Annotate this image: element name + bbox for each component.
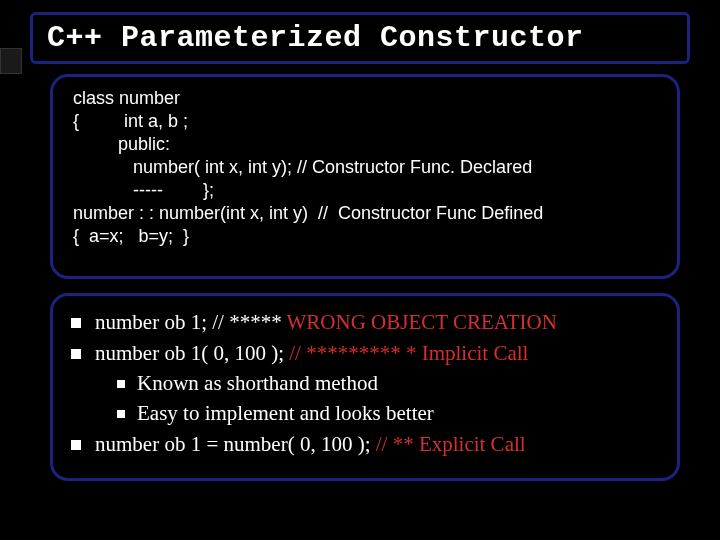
list-item: number ob 1( 0, 100 ); // ********* * Im… bbox=[71, 339, 659, 367]
note-text: number ob 1( 0, 100 ); // ********* * Im… bbox=[95, 339, 528, 367]
list-item: number ob 1 = number( 0, 100 ); // ** Ex… bbox=[71, 430, 659, 458]
left-tab-decoration bbox=[0, 48, 22, 74]
list-item-sub: Easy to implement and looks better bbox=[117, 399, 659, 427]
code-line: number( int x, int y); // Constructor Fu… bbox=[73, 156, 657, 179]
code-line: { a=x; b=y; } bbox=[73, 225, 657, 248]
note-part: number ob 1( 0, 100 ); bbox=[95, 341, 289, 365]
bullet-icon bbox=[117, 410, 125, 418]
list-item: number ob 1; // ***** WRONG OBJECT CREAT… bbox=[71, 308, 659, 336]
code-line: { int a, b ; bbox=[73, 110, 657, 133]
bullet-icon bbox=[117, 380, 125, 388]
code-line: public: bbox=[73, 133, 657, 156]
note-part: number ob 1; // ***** bbox=[95, 310, 287, 334]
bullet-icon bbox=[71, 440, 81, 450]
code-line: class number bbox=[73, 87, 657, 110]
code-line: number : : number(int x, int y) // Const… bbox=[73, 202, 657, 225]
notes-box: number ob 1; // ***** WRONG OBJECT CREAT… bbox=[50, 293, 680, 481]
note-text: Easy to implement and looks better bbox=[137, 399, 434, 427]
slide-title: C++ Parameterized Constructor bbox=[47, 21, 673, 55]
note-part: number ob 1 = number( 0, 100 ); bbox=[95, 432, 376, 456]
note-text: Known as shorthand method bbox=[137, 369, 378, 397]
bullet-icon bbox=[71, 349, 81, 359]
bullet-icon bbox=[71, 318, 81, 328]
list-item-sub: Known as shorthand method bbox=[117, 369, 659, 397]
code-line: ----- }; bbox=[73, 179, 657, 202]
note-text: number ob 1; // ***** WRONG OBJECT CREAT… bbox=[95, 308, 557, 336]
note-red: // ********* * Implicit Call bbox=[289, 341, 528, 365]
code-box: class number { int a, b ; public: number… bbox=[50, 74, 680, 279]
note-red: WRONG OBJECT CREATION bbox=[287, 310, 557, 334]
note-text: number ob 1 = number( 0, 100 ); // ** Ex… bbox=[95, 430, 526, 458]
note-red: // ** Explicit Call bbox=[376, 432, 526, 456]
title-box: C++ Parameterized Constructor bbox=[30, 12, 690, 64]
